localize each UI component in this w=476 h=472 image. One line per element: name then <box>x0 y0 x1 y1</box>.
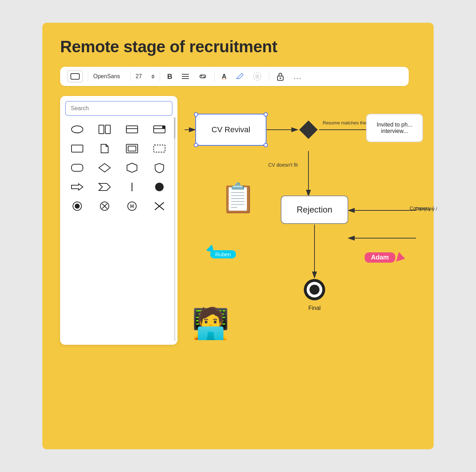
bold-button[interactable]: B <box>165 71 174 82</box>
shape-rect[interactable] <box>65 141 89 156</box>
shape-dotted-rect[interactable] <box>147 141 171 156</box>
diagram-area[interactable]: CV Revival Resume matches the request CV… <box>185 96 416 345</box>
panel-scroll-thumb <box>174 117 175 139</box>
adam-cursor-label: Adam <box>365 252 395 263</box>
lock-button[interactable] <box>274 71 286 82</box>
person-figure: 🧑‍💻 <box>192 306 229 341</box>
shape-chevron[interactable] <box>92 179 116 195</box>
svg-point-9 <box>72 126 83 133</box>
company-label: Company / <box>415 206 437 211</box>
shape-hexagon[interactable] <box>120 160 144 176</box>
shape-grid: H <box>65 122 173 214</box>
svg-point-28 <box>75 204 80 209</box>
cursor-adam-container: Adam <box>365 252 405 263</box>
shape-circle-h[interactable]: H <box>120 198 144 214</box>
adam-cursor-arrow <box>396 252 406 263</box>
cv-revival-label: CV Revival <box>212 125 250 134</box>
divider-1 <box>88 71 88 82</box>
shape-oval[interactable] <box>65 122 89 137</box>
divider-2 <box>130 71 131 82</box>
shape-x-mark[interactable] <box>147 198 171 214</box>
shape-diamond[interactable] <box>92 160 116 176</box>
svg-rect-22 <box>72 164 83 171</box>
pen-button[interactable] <box>233 71 245 82</box>
handle-bl[interactable] <box>194 143 198 147</box>
text-color-button[interactable]: A <box>220 71 228 82</box>
shape-circle-x[interactable] <box>92 198 116 214</box>
font-selector[interactable]: OpenSans <box>93 73 125 80</box>
font-size-arrows <box>151 74 155 79</box>
font-size-up[interactable] <box>151 74 155 76</box>
divider-4 <box>214 71 215 82</box>
svg-rect-12 <box>126 126 138 133</box>
svg-point-49 <box>310 285 319 295</box>
link-button[interactable] <box>196 72 209 81</box>
final-circle[interactable] <box>302 277 327 304</box>
svg-rect-0 <box>71 74 79 79</box>
more-options-button[interactable]: ... <box>291 71 304 82</box>
shape-arrow-right[interactable] <box>65 179 89 195</box>
decision-diamond[interactable] <box>298 119 319 140</box>
shape-frame[interactable] <box>120 141 144 156</box>
svg-marker-24 <box>127 163 137 172</box>
divider-5 <box>269 71 269 82</box>
shape-circle-filled[interactable] <box>147 179 171 195</box>
invited-box[interactable]: Invited to ph...interview... <box>366 114 423 142</box>
search-input[interactable] <box>65 101 173 116</box>
arrow-label-cv: CV doesn't fit <box>268 162 298 168</box>
svg-rect-21 <box>154 145 165 152</box>
shape-panel: H <box>60 96 178 345</box>
svg-rect-17 <box>162 126 165 128</box>
divider-3 <box>160 71 160 82</box>
main-canvas: Remote stage of recruitment OpenSans 27 … <box>42 23 434 449</box>
svg-point-26 <box>155 183 164 191</box>
rejection-box[interactable]: Rejection <box>281 195 348 224</box>
font-size-down[interactable] <box>151 77 155 79</box>
shape-rect-rounded[interactable] <box>65 160 89 176</box>
shape-circle-target[interactable] <box>65 198 89 214</box>
shape-columns[interactable] <box>92 122 116 137</box>
align-button[interactable] <box>179 72 191 81</box>
handle-br[interactable] <box>264 143 268 147</box>
svg-text:H: H <box>130 203 133 209</box>
svg-rect-20 <box>128 146 136 151</box>
svg-rect-11 <box>105 125 110 134</box>
rejection-label: Rejection <box>297 205 332 215</box>
final-label: Final <box>302 305 327 311</box>
shape-file[interactable] <box>92 141 116 156</box>
shape-card-v[interactable] <box>147 122 171 137</box>
invited-label: Invited to ph...interview... <box>377 122 413 134</box>
shape-card-h[interactable] <box>120 122 144 137</box>
shape-selector[interactable] <box>67 70 83 82</box>
svg-point-8 <box>280 77 281 79</box>
font-size[interactable]: 27 <box>136 73 146 80</box>
toolbar: OpenSans 27 B A <box>60 67 409 86</box>
svg-rect-18 <box>72 145 83 152</box>
svg-rect-10 <box>99 125 104 134</box>
handle-tl[interactable] <box>194 112 198 117</box>
content-area: H <box>60 96 416 345</box>
ruben-cursor-label: Ruben <box>210 250 236 258</box>
shape-line[interactable] <box>120 179 144 195</box>
panel-scrollbar[interactable] <box>174 117 175 341</box>
page-title: Remote stage of recruitment <box>60 37 416 56</box>
cursor-ruben-container: Ruben <box>206 245 213 255</box>
shape-shield[interactable] <box>147 160 171 176</box>
svg-marker-46 <box>299 120 318 139</box>
handle-tr[interactable] <box>264 112 268 117</box>
svg-point-6 <box>255 74 259 79</box>
pattern-button[interactable] <box>250 70 264 82</box>
clipboard-icon[interactable]: 📋 <box>220 181 256 215</box>
cv-revival-box[interactable]: CV Revival <box>195 114 266 146</box>
svg-marker-23 <box>99 163 110 172</box>
